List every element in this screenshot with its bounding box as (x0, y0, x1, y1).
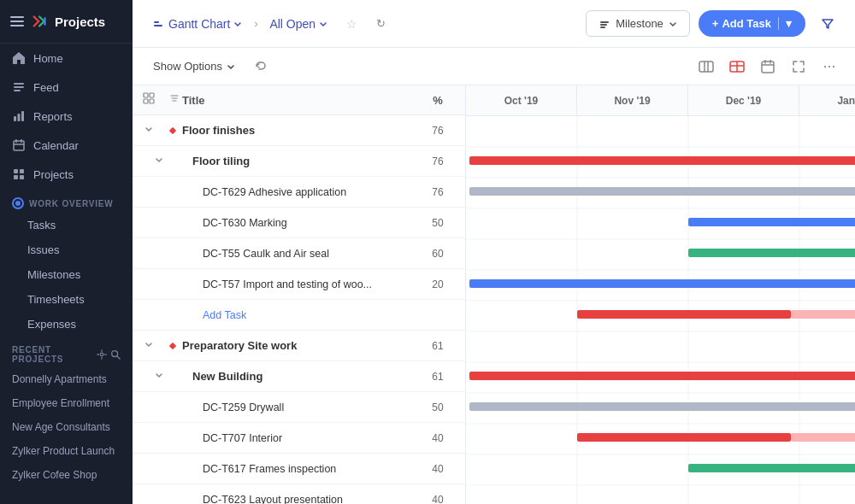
task-list-header: Title % (133, 85, 465, 115)
task-name-4[interactable]: DC-T55 Caulk and Air seal (203, 248, 421, 260)
task-name-0[interactable]: Floor finishes (182, 124, 421, 137)
filter-icon-button[interactable] (814, 10, 841, 38)
task-name-9[interactable]: DC-T259 Drywall (203, 401, 421, 413)
nav-item-home[interactable]: Home (0, 44, 133, 73)
task-name-11[interactable]: DC-T617 Frames inspection (203, 463, 421, 475)
search-icon[interactable] (110, 349, 121, 360)
columns-icon (699, 60, 714, 73)
add-task-button[interactable]: + Add Task ▾ (699, 10, 805, 37)
settings-icon[interactable] (97, 349, 107, 360)
task-percent-11: 40 (421, 463, 455, 475)
breadcrumb-separator: › (254, 18, 257, 30)
expand-arrow-icon (143, 123, 155, 135)
milestone-diamond-icon-2 (168, 342, 177, 350)
sub-nav-expenses[interactable]: Expenses (0, 312, 133, 337)
task-name-5[interactable]: DC-T57 Import and testing of woo... (203, 278, 421, 290)
sub-nav-tasks[interactable]: Tasks (0, 213, 133, 237)
task-percent-12: 40 (421, 494, 455, 505)
task-percent-8: 61 (421, 371, 455, 383)
task-percent-2: 76 (421, 186, 455, 198)
recent-project-0[interactable]: Donnelly Apartments (0, 367, 133, 391)
bar-dct259-light[interactable] (791, 433, 855, 442)
recent-project-3[interactable]: Zylker Product Launch (0, 439, 133, 463)
recent-project-2[interactable]: New Age Consultants (0, 415, 133, 439)
svg-rect-2 (14, 90, 21, 91)
gantt-rows: − + (466, 116, 855, 504)
table-icon-button[interactable] (725, 55, 749, 79)
task-percent-1: 76 (421, 155, 455, 167)
svg-rect-35 (150, 99, 154, 103)
undo-button[interactable] (249, 55, 273, 79)
task-row: DC-T629 Adhesive application 76 (133, 177, 465, 208)
gantt-area: Title % Floor finishes 76 (133, 85, 855, 504)
nav-item-projects[interactable]: Projects (0, 160, 133, 189)
filter-button[interactable]: All Open (262, 14, 334, 34)
task-list: Title % Floor finishes 76 (133, 85, 466, 504)
task-name-12[interactable]: DC-T623 Layout presentation (203, 494, 421, 505)
sub-nav-timesheets[interactable]: Timesheets (0, 287, 133, 312)
bar-dct57-light[interactable] (791, 310, 855, 319)
calendar-icon-button[interactable] (756, 55, 780, 79)
task-row: Floor tiling 76 (133, 146, 465, 177)
bar-dct55-main[interactable] (469, 279, 855, 288)
bar-new-building[interactable] (469, 402, 855, 411)
chevron-down-icon (233, 20, 242, 28)
gantt-chart: Oct '19 Nov '19 Dec '19 Jan '20 Feb '20 … (466, 85, 855, 504)
task-name-7[interactable]: Preparatory Site work (182, 339, 421, 352)
task-name-2[interactable]: DC-T629 Adhesive application (203, 186, 421, 198)
svg-rect-37 (169, 342, 176, 349)
bar-prep-site[interactable] (469, 372, 855, 380)
bar-dct629-main[interactable] (688, 218, 855, 226)
show-options-button[interactable]: Show Options (146, 56, 242, 76)
nav-item-feed[interactable]: Feed (0, 73, 133, 102)
task-name-1[interactable]: Floor tiling (192, 155, 421, 167)
expand-icon-button[interactable] (787, 55, 811, 79)
undo-icon (254, 60, 268, 73)
star-button[interactable]: ☆ (339, 12, 363, 36)
task-name-8[interactable]: New Building (192, 370, 421, 383)
month-dec19: Dec '19 (688, 85, 799, 115)
bar-dct630-main[interactable] (688, 249, 855, 257)
task-percent-9: 50 (421, 401, 455, 413)
expand-icon (792, 60, 805, 73)
columns-icon-button[interactable] (694, 55, 718, 79)
section-dot (12, 197, 24, 209)
recent-project-1[interactable]: Employee Enrollment (0, 391, 133, 415)
refresh-button[interactable]: ↻ (369, 12, 392, 36)
bar-dct259-main[interactable] (577, 433, 791, 442)
hamburger-menu[interactable] (10, 16, 24, 26)
table-icon (729, 60, 745, 73)
svg-rect-0 (14, 83, 24, 85)
nav-item-calendar[interactable]: Calendar (0, 131, 133, 160)
gantt-bars-svg: − + (466, 116, 855, 504)
bar-dct57-main[interactable] (577, 310, 791, 319)
task-row: Preparatory Site work 61 (133, 331, 465, 361)
nav-item-reports[interactable]: Reports (0, 102, 133, 131)
bar-floor-tiling[interactable] (469, 187, 855, 196)
task-name-10[interactable]: DC-T707 Interior (203, 432, 421, 444)
sub-nav-issues[interactable]: Issues (0, 237, 133, 262)
row-expand[interactable] (153, 369, 179, 384)
month-nov19: Nov '19 (577, 85, 688, 115)
svg-rect-13 (20, 175, 24, 179)
chevron-down-icon-3 (669, 20, 677, 28)
milestone-icon (598, 18, 610, 30)
recent-project-4[interactable]: Zylker Cofee Shop (0, 463, 133, 487)
sub-nav-milestones[interactable]: Milestones (0, 262, 133, 287)
main-content: Gantt Chart › All Open ☆ ↻ Milestone (133, 0, 855, 504)
svg-rect-12 (14, 175, 18, 179)
app-logo: Projects (31, 12, 105, 31)
add-task-link[interactable]: Add Task (203, 309, 455, 321)
svg-rect-34 (144, 99, 148, 103)
row-expand[interactable] (143, 123, 168, 138)
gantt-chart-button[interactable]: Gantt Chart (146, 14, 249, 34)
svg-rect-33 (150, 93, 154, 97)
bar-floor-finishes[interactable] (469, 156, 855, 165)
row-expand[interactable] (143, 338, 168, 354)
more-icon-button[interactable]: ··· (817, 55, 841, 79)
row-expand[interactable] (153, 154, 179, 169)
milestone-button[interactable]: Milestone (586, 10, 690, 37)
bar-dct707-main[interactable] (688, 464, 855, 472)
task-name-3[interactable]: DC-T630 Marking (203, 217, 421, 229)
calendar-icon (12, 138, 26, 152)
